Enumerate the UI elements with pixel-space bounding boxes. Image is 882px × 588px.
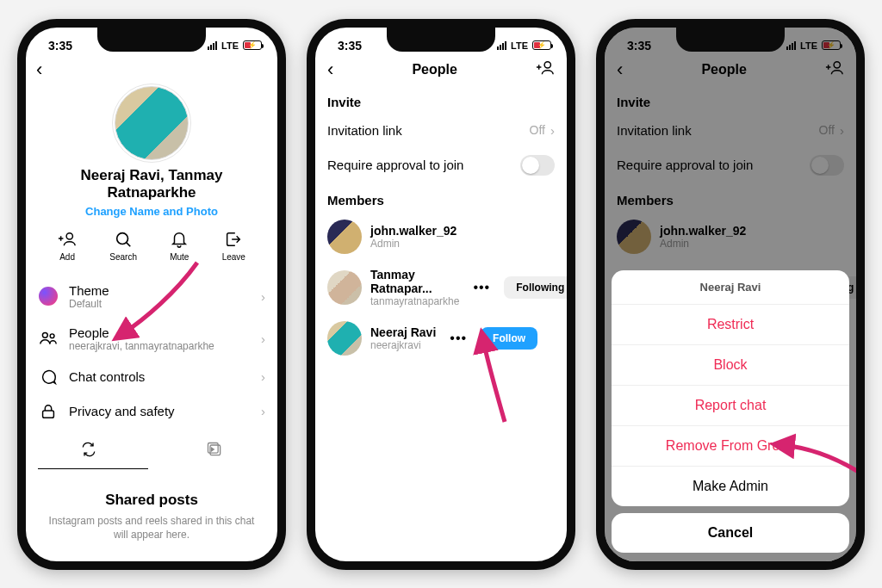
invitation-link-row[interactable]: Invitation link Off ›	[315, 115, 567, 146]
svg-point-0	[66, 232, 72, 238]
chat-controls-title: Chat controls	[69, 369, 251, 384]
status-right: LTE ⚡	[208, 40, 262, 51]
tab-reshare[interactable]	[26, 434, 152, 468]
members-heading: Members	[315, 184, 567, 213]
sheet-title: Neeraj Ravi	[612, 270, 849, 304]
notch	[387, 28, 495, 52]
page-title: People	[412, 62, 457, 77]
svg-point-2	[42, 332, 47, 337]
group-avatar[interactable]	[115, 86, 189, 160]
member-name: john.walker_92	[370, 224, 457, 238]
tab-media[interactable]	[152, 434, 277, 468]
chat-icon	[39, 368, 58, 387]
search-button[interactable]: Search	[109, 230, 137, 262]
follow-button[interactable]: Follow	[481, 327, 537, 350]
leave-button[interactable]: Leave	[222, 230, 245, 262]
svg-point-3	[50, 334, 54, 338]
chevron-right-icon: ›	[261, 404, 265, 418]
member-role: Admin	[370, 238, 457, 250]
shared-posts-sub: Instagram posts and reels shared in this…	[48, 514, 255, 542]
status-right: LTE ⚡	[497, 40, 551, 51]
member-row[interactable]: Neeraj Ravi neerajkravi ••• Follow	[315, 314, 567, 362]
lock-icon	[39, 402, 58, 421]
menu-privacy[interactable]: Privacy and safety ›	[38, 394, 265, 429]
svg-rect-6	[208, 443, 219, 453]
add-label: Add	[59, 252, 75, 262]
member-options-button[interactable]: •••	[444, 331, 472, 346]
search-icon	[114, 230, 133, 249]
following-button[interactable]: Following	[504, 276, 567, 299]
leave-icon	[224, 230, 243, 249]
reshare-icon	[80, 441, 97, 458]
network-label: LTE	[511, 40, 528, 51]
status-time: 3:35	[48, 39, 72, 53]
member-name: Tanmay Ratnapar...	[370, 268, 459, 295]
chevron-right-icon: ›	[261, 289, 265, 304]
back-button[interactable]: ‹	[327, 59, 333, 81]
people-icon	[39, 329, 58, 348]
make-admin-button[interactable]: Make Admin	[612, 466, 849, 506]
chevron-right-icon: ›	[261, 331, 265, 346]
search-label: Search	[109, 252, 137, 262]
require-approval-row: Require approval to join	[315, 146, 567, 184]
back-button[interactable]: ‹	[36, 59, 42, 80]
leave-label: Leave	[222, 252, 245, 262]
report-chat-button[interactable]: Report chat	[612, 385, 849, 425]
menu-people[interactable]: People neerajkravi, tanmayratnaparkhe ›	[38, 318, 265, 360]
avatar	[327, 321, 362, 356]
chevron-right-icon: ›	[550, 123, 555, 138]
action-row: Add Search Mute Leave	[26, 230, 277, 275]
cancel-button[interactable]: Cancel	[612, 513, 849, 553]
member-username: neerajkravi	[370, 339, 436, 351]
invitation-link-label: Invitation link	[327, 123, 530, 138]
require-approval-label: Require approval to join	[327, 158, 520, 172]
mute-label: Mute	[170, 252, 189, 262]
member-row[interactable]: john.walker_92 Admin	[315, 213, 567, 261]
avatar	[327, 220, 362, 254]
menu-chat-controls[interactable]: Chat controls ›	[38, 360, 265, 394]
approval-toggle[interactable]	[520, 155, 555, 176]
svg-point-7	[544, 61, 550, 67]
restrict-button[interactable]: Restrict	[612, 304, 849, 344]
mute-button[interactable]: Mute	[170, 230, 189, 262]
status-time: 3:35	[338, 39, 362, 53]
theme-icon	[39, 287, 58, 306]
add-person-button[interactable]	[536, 59, 555, 81]
notch	[676, 28, 785, 52]
privacy-title: Privacy and safety	[69, 404, 251, 418]
menu-theme[interactable]: Theme Default ›	[38, 275, 265, 318]
member-options-button[interactable]: •••	[468, 280, 495, 295]
svg-rect-4	[43, 411, 54, 418]
phone-1-chat-details: 3:35 LTE ⚡ ‹ Neeraj Ravi, Tanmay Ratnapa…	[17, 19, 286, 570]
signal-icon	[497, 41, 506, 50]
battery-icon: ⚡	[532, 40, 551, 50]
block-button[interactable]: Block	[612, 344, 849, 385]
shared-posts-title: Shared posts	[48, 492, 255, 509]
group-title: Neeraj Ravi, Tanmay Ratnaparkhe	[26, 167, 277, 201]
member-name: Neeraj Ravi	[370, 325, 436, 339]
add-user-icon	[536, 59, 555, 77]
signal-icon	[208, 41, 217, 50]
theme-title: Theme	[69, 283, 251, 298]
people-title: People	[69, 325, 251, 340]
media-icon	[206, 441, 223, 458]
member-row[interactable]: Tanmay Ratnapar... tanmayratnaparkhe •••…	[315, 261, 567, 314]
avatar	[327, 270, 362, 305]
member-username: tanmayratnaparkhe	[370, 295, 459, 307]
action-sheet: Neeraj Ravi Restrict Block Report chat R…	[612, 270, 849, 553]
bell-icon	[170, 230, 189, 249]
phone-3-action-sheet: 3:35 LTE ⚡ ‹ People Invite Invitation li…	[596, 19, 865, 570]
shared-tabs	[26, 434, 277, 468]
remove-from-group-button[interactable]: Remove From Group	[612, 425, 849, 466]
people-sub: neerajkravi, tanmayratnaparkhe	[69, 340, 251, 352]
svg-point-1	[117, 232, 128, 244]
invitation-link-value: Off	[530, 123, 545, 137]
change-name-photo-link[interactable]: Change Name and Photo	[26, 205, 277, 218]
battery-icon: ⚡	[243, 40, 262, 50]
add-user-icon	[58, 230, 77, 249]
notch	[97, 28, 206, 52]
phone-2-people: 3:35 LTE ⚡ ‹ People Invite Invitation li…	[307, 19, 575, 570]
invite-heading: Invite	[315, 86, 567, 115]
theme-sub: Default	[69, 298, 251, 310]
add-button[interactable]: Add	[58, 230, 77, 262]
